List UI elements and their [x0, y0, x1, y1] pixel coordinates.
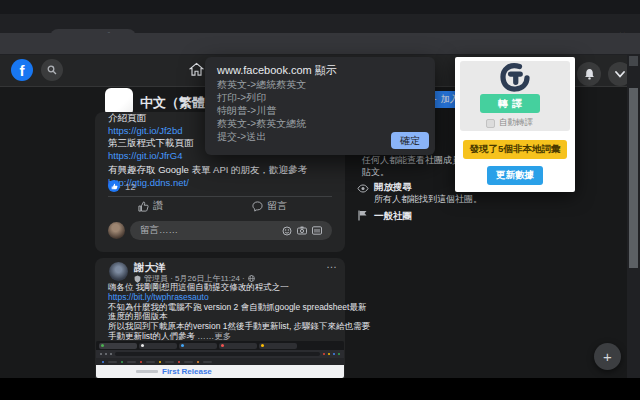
bottom-black-area: [0, 378, 640, 400]
mini-browser-graytext: [136, 370, 158, 373]
mini-browser-tabstrip: [96, 341, 344, 350]
dialog-line: 特朗普->川普: [217, 104, 306, 117]
gif-icon[interactable]: [312, 226, 322, 235]
like-button-label: 讚: [153, 199, 163, 213]
dialog-body: 蔡英文->總統蔡英文 打印->列印 特朗普->川普 蔡英文->蔡英文總統 提交-…: [217, 78, 306, 143]
facebook-search-button[interactable]: [41, 59, 63, 81]
camera-icon[interactable]: [297, 226, 307, 235]
found-terms-button[interactable]: 發現了5個非本地詞彙: [463, 140, 567, 159]
js-alert-dialog: www.facebook.com 顯示 蔡英文->總統蔡英文 打印->列印 特朗…: [205, 57, 435, 155]
like-count: 12: [125, 181, 136, 192]
dialog-line: 蔡英文->蔡英文總統: [217, 117, 306, 130]
search-icon: [47, 65, 57, 75]
comment-button[interactable]: 留言: [252, 199, 287, 213]
mini-browser-toolbar: [96, 350, 344, 358]
dialog-line: 提交->送出: [217, 130, 306, 143]
post1-line: 有興趣存取 Google 表單 API 的朋友，歡迎參考: [108, 164, 340, 177]
update-data-button[interactable]: 更新數據: [487, 166, 543, 185]
post-divider: [108, 196, 332, 197]
about-search-desc: 所有人都能找到這個社團。: [374, 193, 564, 205]
like-button[interactable]: 讚: [138, 199, 163, 213]
post2-attachment[interactable]: First Release: [96, 341, 344, 378]
see-more-link[interactable]: ……更多: [195, 331, 231, 341]
emoji-icon[interactable]: [282, 226, 292, 236]
auto-translate-row: 自動轉譯: [486, 117, 533, 129]
screen: f 中文（繁體）google翻譯一起監… × + – □ × ← → ↻ fac…: [0, 0, 640, 400]
bell-icon: [584, 68, 595, 80]
facebook-home-icon[interactable]: [189, 62, 204, 77]
comment-input[interactable]: 留言……: [130, 221, 332, 240]
tab-strip: f 中文（繁體）google翻譯一起監… × + – □ ×: [0, 14, 640, 33]
dialog-line: 蔡英文->總統蔡英文: [217, 78, 306, 91]
dialog-ok-button[interactable]: 確定: [391, 132, 429, 149]
globe-icon: [248, 275, 255, 282]
compose-button[interactable]: +: [594, 343, 621, 370]
scrollbar-up-arrow[interactable]: [629, 56, 638, 66]
plus-icon: +: [603, 348, 612, 365]
mini-browser-content: First Release: [96, 365, 344, 378]
attachment-link[interactable]: First Release: [162, 367, 212, 376]
like-reaction-icon: [108, 180, 120, 192]
translate-button[interactable]: 轉譯: [480, 94, 540, 113]
post1-link[interactable]: http://gtig.ddns.net/: [108, 177, 340, 190]
flag-icon: [358, 210, 367, 221]
post2-more-button[interactable]: …: [326, 258, 338, 270]
scrollbar-thumb[interactable]: [629, 88, 638, 268]
dialog-line: 打印->列印: [217, 91, 306, 104]
eye-icon: [357, 184, 369, 193]
auto-translate-checkbox[interactable]: [486, 119, 495, 128]
notifications-button[interactable]: [577, 62, 601, 86]
extension-logo-icon: [498, 62, 532, 92]
comment-placeholder: 留言……: [140, 224, 282, 237]
comment-button-label: 留言: [267, 199, 287, 213]
window-top-strip: [0, 0, 640, 14]
comment-avatar: [108, 222, 125, 239]
comment-bubble-icon: [252, 201, 263, 212]
post2-author-avatar[interactable]: [109, 262, 128, 281]
thumb-up-icon: [138, 201, 149, 212]
reaction-count[interactable]: 12: [108, 180, 136, 192]
browser-toolbar: ← → ↻ facebook.com/groups/10732110297178…: [0, 33, 640, 55]
post2-body: 嗨各位 我剛剛想用這個自動提交修改的程式之一 https://bit.ly/tw…: [108, 283, 340, 342]
facebook-logo[interactable]: f: [11, 59, 33, 81]
dialog-title: www.facebook.com 顯示: [217, 63, 337, 78]
mini-browser-bookmarks: [96, 358, 344, 365]
about-general-title: 一般社團: [374, 210, 412, 223]
extension-popup: 轉譯 自動轉譯 發現了5個非本地詞彙 更新數據: [455, 57, 575, 192]
chevron-down-icon: [615, 71, 625, 78]
auto-translate-label: 自動轉譯: [499, 117, 533, 129]
